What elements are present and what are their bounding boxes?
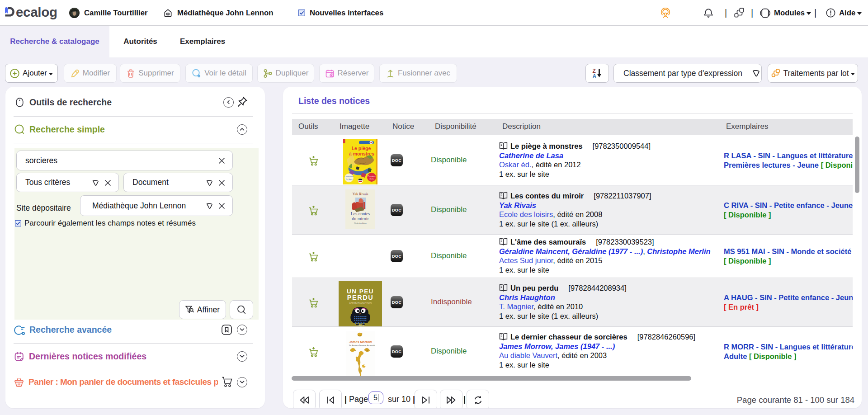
svg-text:Le piège: Le piège	[352, 146, 371, 151]
svg-text:l'école des loisirs: l'école des loisirs	[354, 222, 367, 224]
svg-text:t. magnier: t. magnier	[356, 324, 365, 326]
svg-text:Le dernier chasseur de sorcièr: Le dernier chasseur de sorcières	[349, 344, 375, 346]
svg-text:Premiers: Premiers	[368, 175, 376, 177]
svg-text:Yak Rivais: Yak Rivais	[353, 192, 368, 196]
svg-text:Collection: Collection	[344, 175, 354, 178]
svg-text:Tri-Sais: Tri-Sais	[346, 178, 353, 180]
svg-text:récits: récits	[369, 178, 374, 180]
svg-text:CHRIS HAUGHTON: CHRIS HAUGHTON	[349, 302, 372, 304]
svg-text:du miroir: du miroir	[352, 216, 369, 221]
svg-text:A: A	[593, 73, 597, 79]
svg-text:Les contes: Les contes	[351, 211, 370, 216]
svg-text:PERDU: PERDU	[347, 294, 373, 301]
svg-text:James Morrow: James Morrow	[349, 340, 372, 344]
